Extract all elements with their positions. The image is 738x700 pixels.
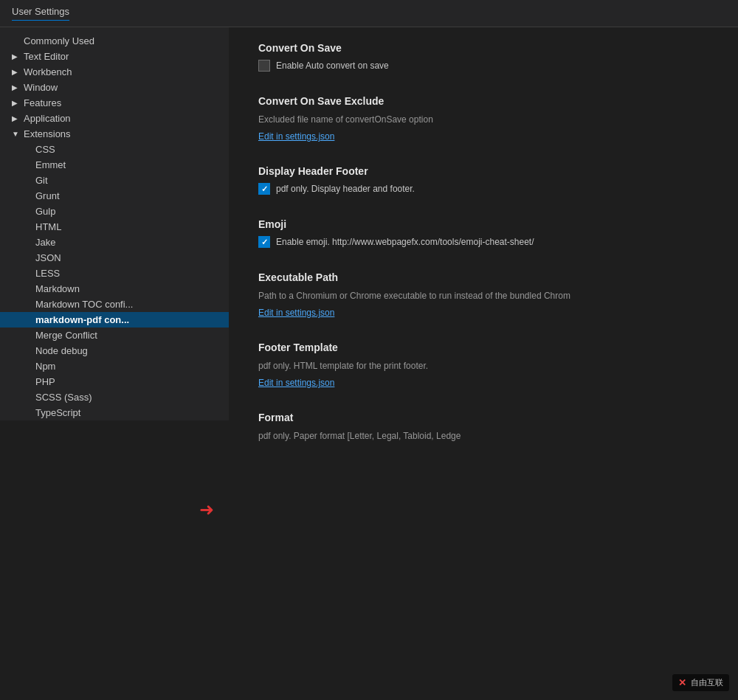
setting-desc-convert-on-save-exclude: Excluded file name of convertOnSave opti… xyxy=(258,113,708,126)
setting-title-display-header-footer: Display Header Footer xyxy=(258,165,708,177)
sidebar-label-gulp: Gulp xyxy=(35,206,217,217)
sidebar-label-workbench: Workbench xyxy=(24,66,217,77)
sidebar-item-html[interactable]: HTML xyxy=(0,219,229,235)
sidebar-label-typescript: TypeScript xyxy=(35,407,217,418)
sidebar-label-window: Window xyxy=(24,82,217,93)
section-emoji: EmojiEnable emoji. http://www.webpagefx.… xyxy=(258,218,708,248)
main-layout: Commonly Used▶Text Editor▶Workbench▶Wind… xyxy=(0,27,738,700)
sidebar-item-json[interactable]: JSON xyxy=(0,250,229,266)
checkbox-label-convert-on-save: Enable Auto convert on save xyxy=(276,60,389,71)
sidebar: Commonly Used▶Text Editor▶Workbench▶Wind… xyxy=(0,27,229,420)
sidebar-arrow-window: ▶ xyxy=(12,83,24,91)
sidebar-arrow-application: ▶ xyxy=(12,114,24,122)
watermark-logo: ✕ xyxy=(678,677,686,688)
setting-desc-format: pdf only. Paper format [Letter, Legal, T… xyxy=(258,429,708,443)
checkbox-row-convert-on-save: Enable Auto convert on save xyxy=(258,60,708,72)
sidebar-label-application: Application xyxy=(24,113,217,124)
sidebar-label-jake: Jake xyxy=(35,237,217,248)
setting-link-footer-template[interactable]: Edit in settings.json xyxy=(258,378,334,388)
sidebar-item-gulp[interactable]: Gulp xyxy=(0,204,229,219)
sidebar-label-scss: SCSS (Sass) xyxy=(35,392,217,403)
sidebar-item-features[interactable]: ▶Features xyxy=(0,95,229,111)
sidebar-label-css: CSS xyxy=(35,144,217,155)
setting-desc-footer-template: pdf only. HTML template for the print fo… xyxy=(258,359,708,372)
setting-link-executable-path[interactable]: Edit in settings.json xyxy=(258,308,334,318)
sidebar-item-typescript[interactable]: TypeScript xyxy=(0,405,229,420)
sidebar-label-json: JSON xyxy=(35,252,217,263)
sidebar-arrow-workbench: ▶ xyxy=(12,68,24,76)
sidebar-item-git[interactable]: Git xyxy=(0,173,229,188)
section-display-header-footer: Display Header Footerpdf only. Display h… xyxy=(258,165,708,195)
checkbox-display-header-footer[interactable] xyxy=(258,183,270,195)
sidebar-item-workbench[interactable]: ▶Workbench xyxy=(0,64,229,80)
sidebar-label-node-debug: Node debug xyxy=(35,345,217,356)
sidebar-item-jake[interactable]: Jake xyxy=(0,235,229,250)
setting-title-convert-on-save-exclude: Convert On Save Exclude xyxy=(258,95,708,107)
sidebar-arrow-features: ▶ xyxy=(12,99,24,107)
watermark: ✕ 自由互联 xyxy=(672,674,729,691)
sidebar-arrow-text-editor: ▶ xyxy=(12,52,24,60)
content-area: Convert On SaveEnable Auto convert on sa… xyxy=(229,27,738,700)
sidebar-item-less[interactable]: LESS xyxy=(0,266,229,281)
sidebar-label-extensions: Extensions xyxy=(24,128,217,139)
sidebar-item-commonly-used[interactable]: Commonly Used xyxy=(0,33,229,49)
sidebar-label-grunt: Grunt xyxy=(35,190,217,201)
sidebar-item-npm[interactable]: Npm xyxy=(0,358,229,374)
settings-header: User Settings xyxy=(0,0,738,27)
sidebar-label-text-editor: Text Editor xyxy=(24,51,217,62)
sidebar-item-application[interactable]: ▶Application xyxy=(0,111,229,126)
header-title: User Settings xyxy=(12,6,69,21)
setting-desc-executable-path: Path to a Chromium or Chrome executable … xyxy=(258,289,708,302)
checkbox-label-emoji: Enable emoji. http://www.webpagefx.com/t… xyxy=(276,237,534,247)
section-convert-on-save: Convert On SaveEnable Auto convert on sa… xyxy=(258,42,708,72)
sidebar-label-commonly-used: Commonly Used xyxy=(24,35,217,46)
sidebar-label-html: HTML xyxy=(35,221,217,232)
sidebar-label-merge-conflict: Merge Conflict xyxy=(35,330,217,341)
red-arrow-indicator: ➜ xyxy=(199,499,214,520)
sidebar-item-php[interactable]: PHP xyxy=(0,374,229,389)
setting-link-convert-on-save-exclude[interactable]: Edit in settings.json xyxy=(258,131,334,142)
sidebar-item-merge-conflict[interactable]: Merge Conflict xyxy=(0,328,229,343)
sidebar-item-emmet[interactable]: Emmet xyxy=(0,157,229,173)
sidebar-item-markdown-pdf[interactable]: markdown-pdf con... xyxy=(0,312,229,328)
sidebar-label-markdown: Markdown xyxy=(35,283,217,294)
sidebar-arrow-extensions: ▼ xyxy=(12,130,24,138)
setting-title-executable-path: Executable Path xyxy=(258,271,708,283)
checkbox-row-emoji: Enable emoji. http://www.webpagefx.com/t… xyxy=(258,236,708,248)
sidebar-item-scss[interactable]: SCSS (Sass) xyxy=(0,389,229,405)
sidebar-item-extensions[interactable]: ▼Extensions xyxy=(0,126,229,142)
watermark-text: 自由互联 xyxy=(691,677,723,688)
setting-title-emoji: Emoji xyxy=(258,218,708,230)
sidebar-label-less: LESS xyxy=(35,268,217,279)
checkbox-row-display-header-footer: pdf only. Display header and footer. xyxy=(258,183,708,195)
section-format: Formatpdf only. Paper format [Letter, Le… xyxy=(258,412,708,443)
section-footer-template: Footer Templatepdf only. HTML template f… xyxy=(258,342,708,388)
sidebar-item-markdown-toc[interactable]: Markdown TOC confi... xyxy=(0,297,229,312)
checkbox-convert-on-save[interactable] xyxy=(258,60,270,72)
checkbox-emoji[interactable] xyxy=(258,236,270,248)
sidebar-label-markdown-pdf: markdown-pdf con... xyxy=(35,314,217,325)
sidebar-item-css[interactable]: CSS xyxy=(0,142,229,157)
sidebar-item-node-debug[interactable]: Node debug xyxy=(0,343,229,358)
setting-title-format: Format xyxy=(258,412,708,423)
section-executable-path: Executable PathPath to a Chromium or Chr… xyxy=(258,271,708,318)
sidebar-label-git: Git xyxy=(35,175,217,186)
section-convert-on-save-exclude: Convert On Save ExcludeExcluded file nam… xyxy=(258,95,708,142)
sidebar-label-php: PHP xyxy=(35,376,217,387)
setting-title-footer-template: Footer Template xyxy=(258,342,708,353)
sidebar-item-grunt[interactable]: Grunt xyxy=(0,188,229,204)
setting-title-convert-on-save: Convert On Save xyxy=(258,42,708,54)
checkbox-label-display-header-footer: pdf only. Display header and footer. xyxy=(276,184,415,194)
sidebar-label-markdown-toc: Markdown TOC confi... xyxy=(35,299,217,310)
sidebar-item-window[interactable]: ▶Window xyxy=(0,80,229,95)
sidebar-label-features: Features xyxy=(24,97,217,108)
sidebar-label-emmet: Emmet xyxy=(35,159,217,170)
sidebar-wrapper: Commonly Used▶Text Editor▶Workbench▶Wind… xyxy=(0,27,229,700)
sidebar-item-text-editor[interactable]: ▶Text Editor xyxy=(0,49,229,64)
sidebar-label-npm: Npm xyxy=(35,361,217,372)
sidebar-item-markdown[interactable]: Markdown xyxy=(0,281,229,297)
